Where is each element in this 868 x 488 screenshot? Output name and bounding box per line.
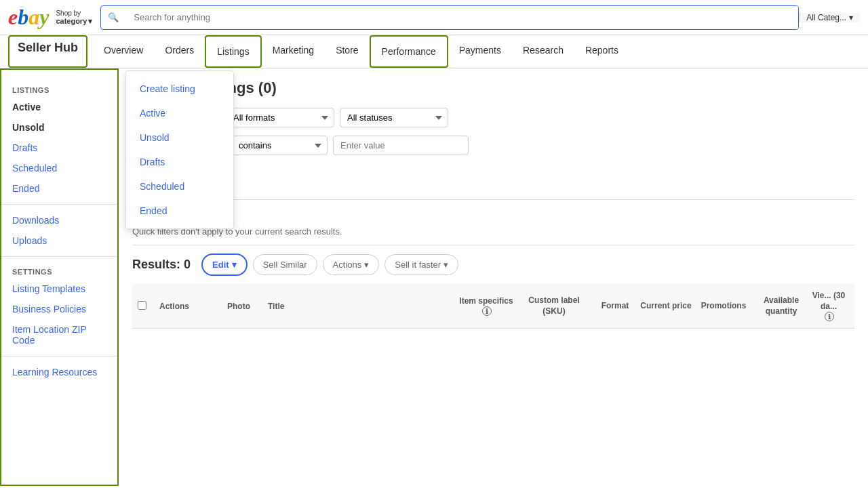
nav-store[interactable]: Store — [325, 35, 369, 68]
dropdown-drafts[interactable]: Drafts — [126, 150, 233, 174]
dropdown-active[interactable]: Active — [126, 101, 233, 125]
col-header-photo: Photo — [227, 302, 268, 311]
sidebar-divider-3 — [1, 356, 117, 357]
operator-select[interactable]: contains — [233, 136, 328, 155]
chevron-down-icon: ▾ — [232, 260, 237, 270]
header: e b a y Shop by category ▾ 🔍 All Categ..… — [0, 0, 868, 35]
hub-navigation: Overview Orders Listings Marketing Store… — [93, 35, 629, 68]
sidebar-settings-label: SETTINGS — [1, 262, 117, 279]
nav-reports[interactable]: Reports — [574, 35, 629, 68]
sidebar-item-drafts[interactable]: Drafts — [1, 138, 117, 158]
sidebar-item-item-location[interactable]: Item Location ZIP Code — [1, 319, 117, 350]
sidebar-item-active[interactable]: Active — [1, 97, 117, 117]
dropdown-unsold[interactable]: Unsold — [126, 125, 233, 150]
nav-listings[interactable]: Listings — [205, 35, 261, 68]
select-all-checkbox[interactable] — [138, 301, 146, 310]
chevron-down-icon: ▾ — [443, 260, 448, 270]
sidebar-item-unsold[interactable]: Unsold — [1, 117, 117, 138]
page-title: My eBay Listings (0) — [132, 79, 854, 97]
col-header-format: Format — [591, 301, 639, 312]
nav-payments[interactable]: Payments — [448, 35, 512, 68]
col-header-current-price: Current price — [639, 301, 693, 312]
results-section: Results: 0 Edit ▾ Sell Similar Actions ▾… — [132, 245, 854, 329]
nav-research[interactable]: Research — [512, 35, 574, 68]
col-checkbox — [138, 301, 159, 312]
search-bar: 🔍 — [100, 5, 799, 30]
quick-filters-header: ⌃ Quick filters — [132, 208, 854, 221]
sell-similar-button[interactable]: Sell Similar — [253, 254, 317, 275]
sell-it-faster-button[interactable]: Sell it faster ▾ — [384, 254, 458, 275]
shop-by-category-label: category ▾ — [56, 17, 92, 26]
item-specifics-info-icon[interactable]: ℹ — [482, 306, 492, 316]
sidebar-item-scheduled[interactable]: Scheduled — [1, 158, 117, 178]
dropdown-scheduled[interactable]: Scheduled — [126, 174, 233, 199]
col-header-available-qty: Available quantity — [754, 296, 808, 317]
edit-button[interactable]: Edit ▾ — [201, 253, 248, 276]
results-count: Results: 0 — [132, 258, 191, 272]
actions-button[interactable]: Actions ▾ — [323, 254, 380, 275]
search-icon: 🔍 — [101, 6, 125, 29]
sidebar: LISTINGS Active Unsold Drafts Scheduled … — [0, 68, 119, 486]
results-bar: Results: 0 Edit ▾ Sell Similar Actions ▾… — [132, 253, 854, 276]
col-header-item-specifics: Item specifics ℹ — [456, 296, 517, 317]
quick-filters-section: ⌃ Quick filters Quick filters don't appl… — [132, 199, 854, 237]
seller-hub-title: Seller Hub — [8, 35, 87, 68]
all-categories-button[interactable]: All Categ... ▾ — [799, 13, 860, 22]
sidebar-divider-1 — [1, 204, 117, 205]
search-actions: Search Reset — [132, 166, 854, 188]
table-header: Actions Photo Title Item specifics ℹ Cus… — [132, 284, 854, 329]
views-info-icon[interactable]: ℹ — [825, 312, 834, 321]
sidebar-item-learning-resources[interactable]: Learning Resources — [1, 362, 117, 382]
ebay-logo: e b a y — [8, 5, 49, 30]
dropdown-ended[interactable]: Ended — [126, 199, 233, 223]
col-header-title: Title — [268, 302, 456, 311]
chevron-down-icon: ▾ — [849, 13, 853, 22]
quick-filters-message: Quick filters don't apply to your curren… — [132, 226, 854, 237]
shop-by-label: Shop by — [56, 9, 92, 17]
format-select[interactable]: All formats — [226, 108, 334, 127]
status-select[interactable]: All statuses — [340, 108, 448, 127]
listings-dropdown: Create listing Active Unsold Drafts Sche… — [125, 70, 234, 229]
sidebar-item-ended[interactable]: Ended — [1, 178, 117, 199]
logo-y: y — [39, 5, 49, 30]
seller-hub-nav: Seller Hub Overview Orders Listings Mark… — [0, 35, 868, 68]
sidebar-item-uploads[interactable]: Uploads — [1, 230, 117, 251]
logo-a: a — [28, 5, 39, 30]
sidebar-divider-2 — [1, 256, 117, 257]
value-input[interactable] — [333, 136, 469, 155]
nav-performance[interactable]: Performance — [370, 35, 448, 68]
search-row: Item title contains — [132, 136, 854, 155]
chevron-down-icon: ▾ — [88, 17, 92, 26]
search-input[interactable] — [125, 6, 798, 29]
chevron-down-icon: ▾ — [364, 260, 369, 270]
nav-orders[interactable]: Orders — [154, 35, 205, 68]
dropdown-create-listing[interactable]: Create listing — [126, 77, 233, 101]
sidebar-listings-label: LISTINGS — [1, 81, 117, 97]
nav-overview[interactable]: Overview — [93, 35, 154, 68]
col-header-actions: Actions — [159, 302, 227, 311]
nav-marketing[interactable]: Marketing — [262, 35, 325, 68]
shop-by-category[interactable]: Shop by category ▾ — [56, 9, 92, 26]
logo-e: e — [8, 5, 18, 30]
col-header-views: Vie... (30 da... ℹ — [808, 291, 849, 321]
sidebar-item-listing-templates[interactable]: Listing Templates — [1, 279, 117, 299]
sidebar-item-downloads[interactable]: Downloads — [1, 210, 117, 230]
col-header-custom-label: Custom label (SKU) — [517, 296, 591, 317]
col-header-promotions: Promotions — [693, 301, 754, 312]
logo-b: b — [18, 5, 28, 30]
filters-row: All formats All statuses — [132, 108, 854, 127]
sidebar-item-business-policies[interactable]: Business Policies — [1, 299, 117, 319]
